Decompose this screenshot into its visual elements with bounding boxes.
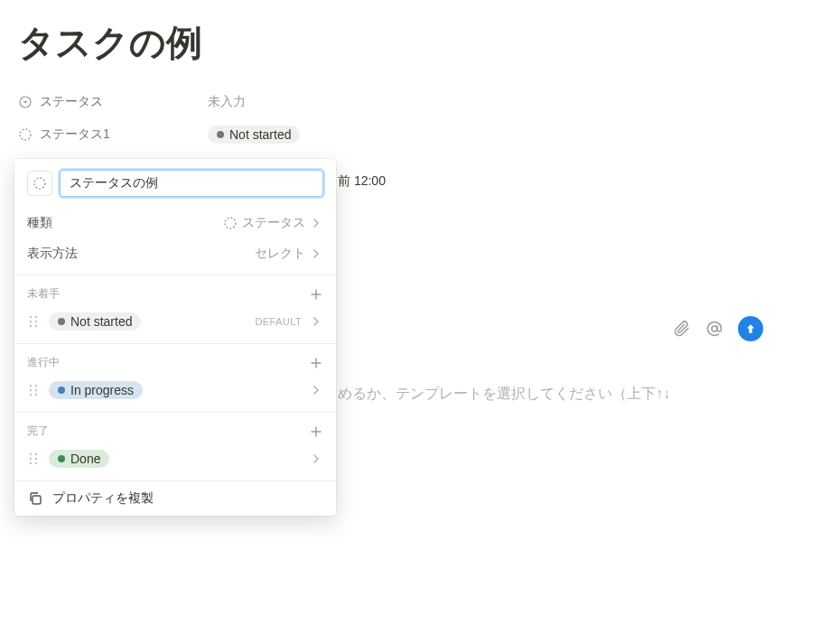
status-pill: Done: [49, 450, 109, 468]
svg-point-15: [30, 394, 32, 396]
status-dot: [58, 387, 65, 394]
property-label-text: ステータス: [40, 94, 103, 110]
config-display-value: セレクト: [255, 246, 323, 262]
add-option-button[interactable]: [309, 356, 323, 370]
group-label: 進行中: [27, 355, 60, 370]
default-badge: DEFAULT: [256, 316, 303, 327]
svg-point-9: [30, 325, 32, 327]
config-type-label: 種類: [27, 215, 52, 231]
duplicate-property-button[interactable]: プロパティを複製: [14, 481, 336, 516]
popup-header: [14, 159, 336, 208]
svg-point-12: [35, 385, 37, 387]
svg-rect-23: [33, 496, 41, 504]
status-dot: [58, 455, 65, 462]
svg-point-3: [34, 178, 45, 189]
svg-point-8: [35, 321, 37, 322]
chevron-right-icon: [311, 247, 323, 260]
property-row-status1[interactable]: ステータス1 Not started: [0, 118, 840, 151]
status-pill-not-started: Not started: [208, 126, 300, 144]
svg-point-13: [30, 389, 32, 391]
property-row-status[interactable]: ステータス 未入力: [0, 86, 840, 118]
status-dot: [58, 318, 65, 325]
group-header-inprogress: 進行中: [14, 344, 336, 374]
property-label-text: ステータス1: [40, 126, 110, 143]
date-partial: 前 12:00: [338, 173, 386, 190]
drag-handle-icon[interactable]: [27, 315, 40, 328]
drag-handle-icon[interactable]: [27, 384, 40, 396]
send-button[interactable]: [738, 316, 763, 341]
status-option-not-started[interactable]: Not started DEFAULT: [14, 305, 336, 338]
svg-point-20: [35, 458, 37, 460]
svg-point-7: [30, 321, 32, 322]
status-option-in-progress[interactable]: In progress: [14, 374, 336, 406]
property-value: 未入力: [208, 94, 246, 110]
config-type-value: ステータス: [224, 215, 323, 231]
group-label: 完了: [27, 424, 49, 439]
mention-icon[interactable]: [705, 320, 723, 338]
status-pill-text: Not started: [229, 127, 291, 142]
status-icon: [18, 127, 33, 142]
comment-toolbar: [673, 316, 763, 341]
property-name-input[interactable]: [60, 170, 323, 197]
status-pill-text: Not started: [70, 314, 132, 329]
svg-point-19: [30, 458, 32, 460]
drag-handle-icon[interactable]: [27, 452, 40, 465]
action-label: プロパティを複製: [52, 490, 154, 507]
svg-point-18: [35, 453, 37, 455]
status-dot: [217, 131, 224, 138]
status-pill: In progress: [49, 381, 143, 399]
add-option-button[interactable]: [309, 424, 323, 439]
property-config-popup: 種類 ステータス 表示方法 セレクト 未着手 Not st: [14, 159, 336, 516]
config-display-label: 表示方法: [27, 246, 78, 262]
status-pill-text: In progress: [70, 383, 134, 397]
chevron-right-icon: [311, 384, 323, 396]
status-pill-text: Done: [70, 452, 100, 466]
chevron-right-icon: [311, 217, 323, 229]
chevron-right-icon: [311, 452, 323, 465]
svg-point-4: [225, 218, 236, 228]
select-icon: [18, 95, 33, 109]
svg-point-14: [35, 389, 37, 391]
attachment-icon[interactable]: [673, 320, 691, 338]
group-header-todo: 未着手: [14, 275, 336, 305]
property-label: ステータス: [18, 94, 208, 110]
group-label: 未着手: [27, 286, 60, 302]
group-header-done: 完了: [14, 413, 336, 443]
svg-point-22: [35, 462, 37, 464]
svg-point-21: [30, 462, 32, 464]
svg-point-2: [712, 326, 717, 331]
svg-point-5: [30, 316, 32, 318]
property-value: Not started: [208, 126, 300, 144]
add-option-button[interactable]: [309, 287, 323, 302]
editor-placeholder: めるか、テンプレートを選択してください（上下↑↓: [338, 385, 670, 404]
svg-point-11: [30, 385, 32, 387]
config-display-row[interactable]: 表示方法 セレクト: [14, 238, 336, 269]
svg-point-10: [35, 325, 37, 327]
status-option-done[interactable]: Done: [14, 443, 336, 475]
page-title: タスクの例: [0, 0, 840, 68]
property-icon-button[interactable]: [27, 171, 52, 196]
duplicate-icon: [27, 490, 43, 507]
status-pill: Not started: [49, 312, 141, 331]
svg-point-1: [20, 129, 31, 140]
property-label: ステータス1: [18, 126, 208, 143]
config-type-row[interactable]: 種類 ステータス: [14, 208, 336, 238]
chevron-right-icon: [311, 315, 323, 328]
svg-point-6: [35, 316, 37, 318]
svg-point-17: [30, 453, 32, 455]
svg-point-16: [35, 394, 37, 396]
